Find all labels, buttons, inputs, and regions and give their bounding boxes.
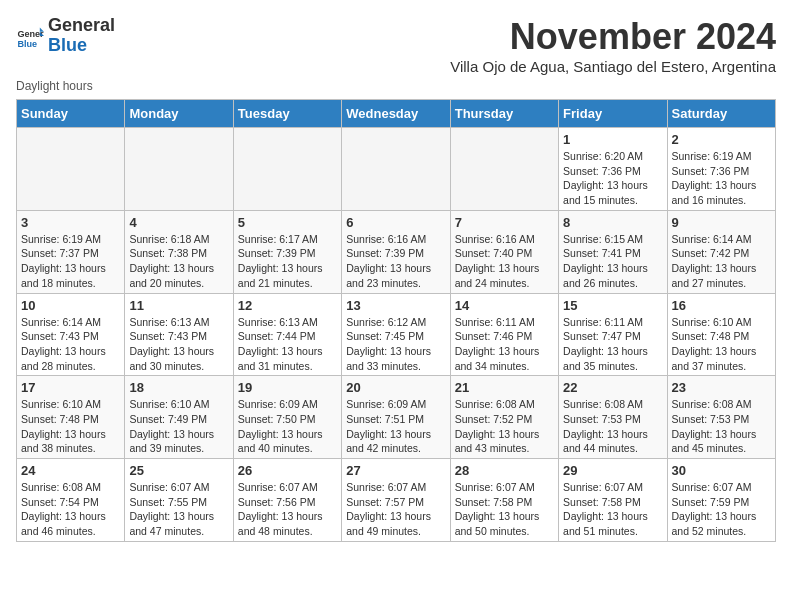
day-info-line: Sunrise: 6:11 AM	[455, 316, 535, 328]
day-number: 16	[672, 298, 771, 313]
calendar-cell: 11Sunrise: 6:13 AMSunset: 7:43 PMDayligh…	[125, 293, 233, 376]
day-info-line: Daylight: 13 hours and 35 minutes.	[563, 345, 648, 372]
calendar-cell: 13Sunrise: 6:12 AMSunset: 7:45 PMDayligh…	[342, 293, 450, 376]
day-info-line: Sunrise: 6:10 AM	[21, 398, 101, 410]
calendar-cell	[125, 128, 233, 211]
svg-text:Blue: Blue	[17, 39, 37, 49]
day-info-line: Daylight: 13 hours and 31 minutes.	[238, 345, 323, 372]
day-info-line: Sunset: 7:41 PM	[563, 247, 641, 259]
day-info-line: Sunset: 7:53 PM	[563, 413, 641, 425]
day-info-line: Daylight: 13 hours and 37 minutes.	[672, 345, 757, 372]
day-info-line: Sunset: 7:51 PM	[346, 413, 424, 425]
day-info-line: Daylight: 13 hours and 26 minutes.	[563, 262, 648, 289]
day-info: Sunrise: 6:14 AMSunset: 7:42 PMDaylight:…	[672, 232, 771, 291]
day-info: Sunrise: 6:18 AMSunset: 7:38 PMDaylight:…	[129, 232, 228, 291]
day-info-line: Sunset: 7:44 PM	[238, 330, 316, 342]
calendar-cell: 12Sunrise: 6:13 AMSunset: 7:44 PMDayligh…	[233, 293, 341, 376]
day-info-line: Sunrise: 6:14 AM	[672, 233, 752, 245]
day-number: 20	[346, 380, 445, 395]
day-number: 7	[455, 215, 554, 230]
day-number: 17	[21, 380, 120, 395]
day-info: Sunrise: 6:15 AMSunset: 7:41 PMDaylight:…	[563, 232, 662, 291]
weekday-header-thursday: Thursday	[450, 100, 558, 128]
day-info: Sunrise: 6:11 AMSunset: 7:47 PMDaylight:…	[563, 315, 662, 374]
weekday-header-monday: Monday	[125, 100, 233, 128]
day-info-line: Sunrise: 6:12 AM	[346, 316, 426, 328]
day-info-line: Sunset: 7:38 PM	[129, 247, 207, 259]
day-info-line: Daylight: 13 hours and 27 minutes.	[672, 262, 757, 289]
day-info-line: Sunset: 7:36 PM	[563, 165, 641, 177]
day-info-line: Sunrise: 6:10 AM	[129, 398, 209, 410]
day-info-line: Sunrise: 6:13 AM	[238, 316, 318, 328]
day-info-line: Sunrise: 6:13 AM	[129, 316, 209, 328]
day-info-line: Daylight: 13 hours and 38 minutes.	[21, 428, 106, 455]
day-info-line: Daylight: 13 hours and 46 minutes.	[21, 510, 106, 537]
day-info-line: Daylight: 13 hours and 18 minutes.	[21, 262, 106, 289]
weekday-header-wednesday: Wednesday	[342, 100, 450, 128]
day-info: Sunrise: 6:07 AMSunset: 7:57 PMDaylight:…	[346, 480, 445, 539]
day-info-line: Sunset: 7:43 PM	[21, 330, 99, 342]
day-number: 18	[129, 380, 228, 395]
day-info: Sunrise: 6:10 AMSunset: 7:48 PMDaylight:…	[21, 397, 120, 456]
day-info-line: Daylight: 13 hours and 45 minutes.	[672, 428, 757, 455]
day-info: Sunrise: 6:08 AMSunset: 7:53 PMDaylight:…	[563, 397, 662, 456]
day-info-line: Sunrise: 6:17 AM	[238, 233, 318, 245]
calendar-cell: 4Sunrise: 6:18 AMSunset: 7:38 PMDaylight…	[125, 210, 233, 293]
calendar-cell: 9Sunrise: 6:14 AMSunset: 7:42 PMDaylight…	[667, 210, 775, 293]
day-number: 2	[672, 132, 771, 147]
calendar-cell: 20Sunrise: 6:09 AMSunset: 7:51 PMDayligh…	[342, 376, 450, 459]
day-info-line: Sunset: 7:39 PM	[346, 247, 424, 259]
calendar-cell: 21Sunrise: 6:08 AMSunset: 7:52 PMDayligh…	[450, 376, 558, 459]
calendar-week-1: 1Sunrise: 6:20 AMSunset: 7:36 PMDaylight…	[17, 128, 776, 211]
day-info-line: Daylight: 13 hours and 39 minutes.	[129, 428, 214, 455]
day-info: Sunrise: 6:12 AMSunset: 7:45 PMDaylight:…	[346, 315, 445, 374]
day-info: Sunrise: 6:10 AMSunset: 7:48 PMDaylight:…	[672, 315, 771, 374]
day-info-line: Sunrise: 6:07 AM	[455, 481, 535, 493]
day-info-line: Sunrise: 6:19 AM	[21, 233, 101, 245]
day-number: 14	[455, 298, 554, 313]
calendar-cell: 3Sunrise: 6:19 AMSunset: 7:37 PMDaylight…	[17, 210, 125, 293]
day-info-line: Daylight: 13 hours and 42 minutes.	[346, 428, 431, 455]
day-info-line: Sunrise: 6:11 AM	[563, 316, 643, 328]
day-info-line: Sunset: 7:50 PM	[238, 413, 316, 425]
day-info-line: Sunrise: 6:08 AM	[21, 481, 101, 493]
calendar-cell: 10Sunrise: 6:14 AMSunset: 7:43 PMDayligh…	[17, 293, 125, 376]
calendar-cell: 14Sunrise: 6:11 AMSunset: 7:46 PMDayligh…	[450, 293, 558, 376]
calendar-cell	[342, 128, 450, 211]
day-number: 3	[21, 215, 120, 230]
day-info-line: Daylight: 13 hours and 52 minutes.	[672, 510, 757, 537]
calendar-cell: 15Sunrise: 6:11 AMSunset: 7:47 PMDayligh…	[559, 293, 667, 376]
day-info: Sunrise: 6:11 AMSunset: 7:46 PMDaylight:…	[455, 315, 554, 374]
weekday-header-tuesday: Tuesday	[233, 100, 341, 128]
calendar-week-4: 17Sunrise: 6:10 AMSunset: 7:48 PMDayligh…	[17, 376, 776, 459]
day-info: Sunrise: 6:20 AMSunset: 7:36 PMDaylight:…	[563, 149, 662, 208]
calendar-cell: 27Sunrise: 6:07 AMSunset: 7:57 PMDayligh…	[342, 459, 450, 542]
subtitle: Villa Ojo de Agua, Santiago del Estero, …	[115, 58, 776, 75]
calendar-cell: 26Sunrise: 6:07 AMSunset: 7:56 PMDayligh…	[233, 459, 341, 542]
day-info-line: Sunset: 7:39 PM	[238, 247, 316, 259]
day-info-line: Daylight: 13 hours and 49 minutes.	[346, 510, 431, 537]
day-info-line: Sunset: 7:48 PM	[672, 330, 750, 342]
weekday-header-friday: Friday	[559, 100, 667, 128]
day-info-line: Sunrise: 6:10 AM	[672, 316, 752, 328]
day-info-line: Sunrise: 6:20 AM	[563, 150, 643, 162]
day-info: Sunrise: 6:19 AMSunset: 7:37 PMDaylight:…	[21, 232, 120, 291]
day-info-line: Sunset: 7:46 PM	[455, 330, 533, 342]
calendar-table: SundayMondayTuesdayWednesdayThursdayFrid…	[16, 99, 776, 542]
day-number: 23	[672, 380, 771, 395]
day-info-line: Sunset: 7:43 PM	[129, 330, 207, 342]
day-info-line: Daylight: 13 hours and 47 minutes.	[129, 510, 214, 537]
day-number: 13	[346, 298, 445, 313]
day-info-line: Daylight: 13 hours and 28 minutes.	[21, 345, 106, 372]
day-info-line: Daylight: 13 hours and 50 minutes.	[455, 510, 540, 537]
day-info: Sunrise: 6:07 AMSunset: 7:56 PMDaylight:…	[238, 480, 337, 539]
day-info-line: Sunrise: 6:08 AM	[672, 398, 752, 410]
calendar-cell: 1Sunrise: 6:20 AMSunset: 7:36 PMDaylight…	[559, 128, 667, 211]
day-info: Sunrise: 6:13 AMSunset: 7:44 PMDaylight:…	[238, 315, 337, 374]
calendar-cell: 22Sunrise: 6:08 AMSunset: 7:53 PMDayligh…	[559, 376, 667, 459]
day-info-line: Daylight: 13 hours and 51 minutes.	[563, 510, 648, 537]
day-info-line: Sunrise: 6:09 AM	[346, 398, 426, 410]
day-info-line: Daylight: 13 hours and 20 minutes.	[129, 262, 214, 289]
calendar-cell: 16Sunrise: 6:10 AMSunset: 7:48 PMDayligh…	[667, 293, 775, 376]
day-number: 28	[455, 463, 554, 478]
